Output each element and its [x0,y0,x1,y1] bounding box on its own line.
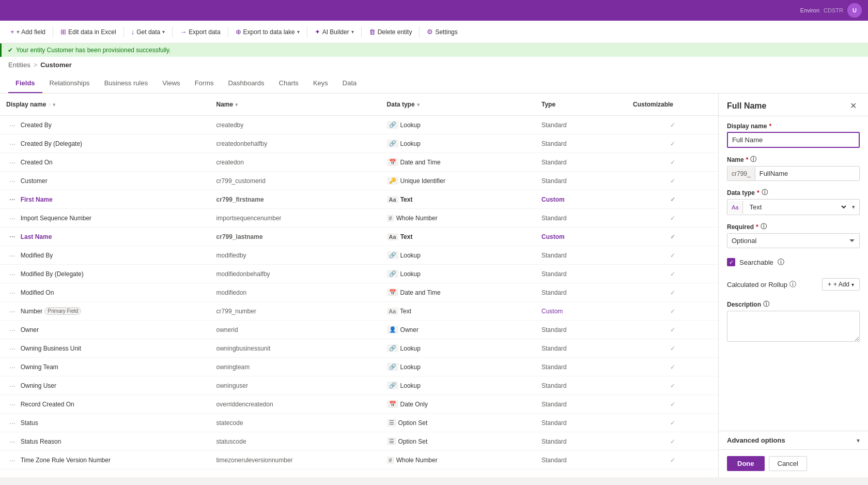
table-row[interactable]: ···Import Sequence Numberimportsequencen… [0,209,718,228]
table-row[interactable]: ···Owning Userowninguser🔗 LookupStandard… [0,376,718,395]
col-header-data-type[interactable]: Data type ▾ [381,98,535,111]
cell-customizable: ✓ [627,435,718,448]
table-row[interactable]: ···NumberPrimary Fieldcr799_numberAa Tex… [0,302,718,321]
toolbar-divider-2 [123,27,124,37]
table-row[interactable]: ···Created Bycreatedby🔗 LookupStandard✓ [0,116,718,134]
description-textarea[interactable] [727,311,860,342]
cell-customizable: ✓ [627,249,718,262]
row-more-button[interactable]: ··· [6,120,19,130]
row-more-button[interactable]: ··· [6,287,19,298]
data-type-select[interactable]: Text Number Date and Time Lookup [743,200,848,215]
settings-button[interactable]: ⚙ Settings [423,25,461,38]
ai-builder-button[interactable]: ✦ AI Builder ▾ [311,25,358,38]
export-data-button[interactable]: → Export data [176,25,224,38]
table-row[interactable]: ···Status Reasonstatuscode☰ Option SetSt… [0,432,718,451]
col-header-display-name[interactable]: Display name ↑ ▾ [0,98,210,111]
tab-views[interactable]: Views [155,74,187,93]
get-data-button[interactable]: ↓ Get data ▾ [127,25,169,38]
table-row[interactable]: ···Customercr799_customerid🔑 Unique Iden… [0,172,718,190]
add-calc-button[interactable]: + + Add ▾ [822,278,860,291]
display-name-group: Display name * [727,123,860,148]
table-row[interactable]: ···Last Namecr799_lastnameAa TextCustom✓ [0,228,718,246]
tab-keys[interactable]: Keys [306,74,335,93]
row-more-button[interactable]: ··· [6,325,19,335]
table-row[interactable]: ···Record Created Onoverriddencreatedon📅… [0,395,718,414]
tab-fields[interactable]: Fields [8,74,42,93]
panel-footer: Done Cancel [719,449,868,477]
primary-field-badge: Primary Field [44,307,81,315]
advanced-header[interactable]: Advanced options ▾ [719,431,868,449]
table-row[interactable]: ···Owning Teamowningteam🔗 LookupStandard… [0,358,718,376]
toolbar-divider [53,27,53,37]
row-more-button[interactable]: ··· [6,306,19,316]
cell-data-type: Aa Text [381,305,535,318]
info-icon-name[interactable]: ⓘ [750,155,756,164]
name-suffix-input[interactable] [755,166,859,180]
row-more-button[interactable]: ··· [6,455,19,465]
row-more-button[interactable]: ··· [6,418,19,428]
row-more-button[interactable]: ··· [6,381,19,391]
info-icon-dt[interactable]: ⓘ [762,188,768,197]
row-more-button[interactable]: ··· [6,232,19,242]
row-more-button[interactable]: ··· [6,269,19,279]
col-header-customizable[interactable]: Customizable [627,98,718,111]
display-name-cell: Owning Team [21,363,58,371]
info-icon-req[interactable]: ⓘ [761,222,767,231]
tab-data[interactable]: Data [335,74,364,93]
cell-customizable: ✓ [627,286,718,299]
row-more-button[interactable]: ··· [6,250,19,261]
edit-excel-button[interactable]: ⊞ Edit data in Excel [56,25,120,38]
tab-forms[interactable]: Forms [188,74,221,93]
col-header-name[interactable]: Name ▾ [210,98,381,111]
data-type-icon: 🔑 [387,177,398,185]
row-more-button[interactable]: ··· [6,399,19,410]
cell-display-name: ···Created On [0,154,210,171]
table-row[interactable]: ···Ownerownerid👤 OwnerStandard✓ [0,321,718,339]
filter-icon: ▾ [53,102,55,108]
table-row[interactable]: ···Created By (Delegate)createdonbehalfb… [0,134,718,153]
table-row[interactable]: ···Modified Bymodifiedby🔗 LookupStandard… [0,246,718,265]
table-row[interactable]: ···Created Oncreatedon📅 Date and TimeSta… [0,153,718,172]
row-more-button[interactable]: ··· [6,436,19,447]
row-more-button[interactable]: ··· [6,362,19,372]
info-icon-searchable[interactable]: ⓘ [778,257,784,267]
data-type-icon: 🔗 [387,251,398,259]
table-row[interactable]: ···Statusstatecode☰ Option SetStandard✓ [0,414,718,432]
col-header-type[interactable]: Type [535,98,627,111]
tab-business_rules[interactable]: Business rules [97,74,156,93]
export-lake-button[interactable]: ⊕ Export to data lake ▾ [231,25,304,38]
close-panel-button[interactable]: ✕ [847,100,860,112]
breadcrumb-parent[interactable]: Entities [8,61,30,69]
row-more-button[interactable]: ··· [6,176,19,186]
info-icon-desc[interactable]: ⓘ [763,300,769,309]
tab-dashboards[interactable]: Dashboards [221,74,271,93]
searchable-checkbox[interactable]: ✓ [727,258,735,266]
row-more-button[interactable]: ··· [6,213,19,223]
avatar[interactable]: U [847,3,862,18]
tab-relationships[interactable]: Relationships [42,74,97,93]
cell-display-name: ···Import Sequence Number [0,210,210,226]
row-more-button[interactable]: ··· [6,194,19,205]
table-row[interactable]: ···Modified By (Delegate)modifiedonbehal… [0,265,718,283]
display-name-input[interactable] [727,132,860,148]
row-more-button[interactable]: ··· [6,157,19,168]
cell-type: Standard [535,342,627,355]
data-type-label: Whole Number [396,215,438,222]
cell-name: owninguser [210,379,381,392]
row-more-button[interactable]: ··· [6,139,19,149]
table-row[interactable]: ···Owning Business Unitowningbusinessuni… [0,339,718,358]
cell-type: Standard [535,379,627,392]
table-row[interactable]: ···Modified Onmodifiedon📅 Date and TimeS… [0,283,718,302]
tab-charts[interactable]: Charts [272,74,306,93]
calc-label: Calculated or Rollup ⓘ [727,280,796,289]
cancel-button[interactable]: Cancel [769,456,807,471]
table-row[interactable]: ···Time Zone Rule Version Numbertimezone… [0,451,718,469]
required-select[interactable]: Optional Business Required System Requir… [727,233,860,248]
display-name-cell: Modified On [21,289,54,296]
delete-entity-button[interactable]: 🗑 Delete entity [365,25,416,38]
row-more-button[interactable]: ··· [6,343,19,354]
add-field-button[interactable]: + + Add field [6,25,50,38]
info-icon-calc[interactable]: ⓘ [789,280,796,289]
done-button[interactable]: Done [727,456,765,471]
table-row[interactable]: ···First Namecr799_firstnameAa TextCusto… [0,190,718,209]
